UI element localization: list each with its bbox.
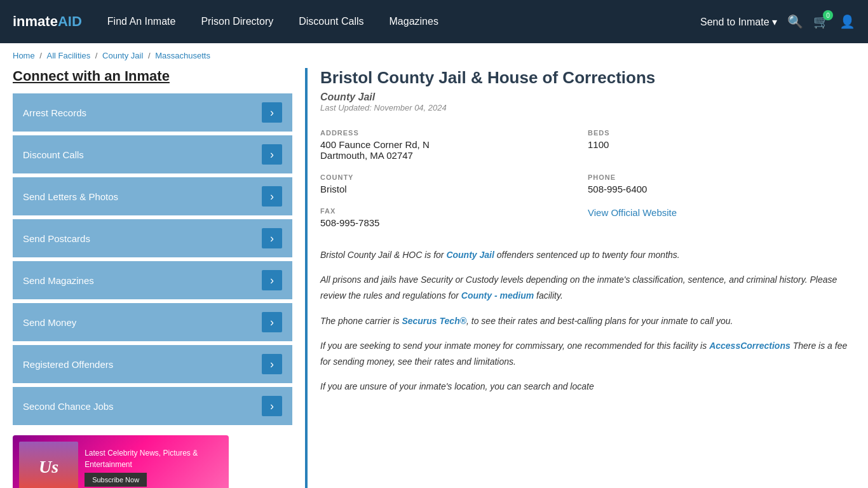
logo-text: inmateAID — [13, 13, 82, 30]
beds-value: 1100 — [588, 139, 855, 150]
ad-banner[interactable]: Us Latest Celebrity News, Pictures & Ent… — [13, 435, 229, 488]
sidebar-arrow-icon: › — [262, 144, 282, 165]
sidebar-arrow-icon: › — [262, 312, 282, 332]
sidebar-arrow-icon: › — [262, 396, 282, 416]
desc-para-5: If you are unsure of your inmate's locat… — [320, 379, 855, 395]
send-to-inmate-button[interactable]: Send to Inmate ▾ — [700, 16, 777, 28]
county-cell: COUNTY Bristol — [320, 167, 588, 201]
user-icon[interactable]: 👤 — [839, 14, 855, 29]
sidebar-item-send-letters[interactable]: Send Letters & Photos › — [13, 177, 292, 215]
header-icons: Send to Inmate ▾ 🔍 🛒 0 👤 — [700, 14, 855, 29]
sidebar-item-label: Send Magazines — [23, 275, 94, 286]
sidebar-item-second-chance-jobs[interactable]: Second Chance Jobs › — [13, 387, 292, 425]
desc-para-4: If you are seeking to send your inmate m… — [320, 338, 855, 370]
county-value: Bristol — [320, 184, 588, 194]
desc-para-2: All prisons and jails have Security or C… — [320, 272, 855, 304]
breadcrumb-county-jail[interactable]: County Jail — [102, 51, 143, 60]
ad-image: Us — [19, 442, 78, 488]
sidebar: Connect with an Inmate Arrest Records › … — [13, 68, 292, 488]
sidebar-arrow-icon: › — [262, 102, 282, 123]
ad-subscribe-button[interactable]: Subscribe Now — [85, 473, 147, 487]
county-label: COUNTY — [320, 173, 588, 181]
breadcrumb: Home / All Facilities / County Jail / Ma… — [0, 43, 868, 68]
sidebar-item-discount-calls[interactable]: Discount Calls › — [13, 135, 292, 173]
breadcrumb-home[interactable]: Home — [13, 51, 35, 60]
cart-badge-count: 0 — [823, 10, 833, 20]
info-grid: ADDRESS 400 Faunce Corner Rd, N Dartmout… — [320, 123, 855, 234]
sidebar-item-send-postcards[interactable]: Send Postcards › — [13, 219, 292, 257]
sidebar-arrow-icon: › — [262, 228, 282, 248]
main-nav: Find An Inmate Prison Directory Discount… — [107, 16, 700, 27]
address-cell: ADDRESS 400 Faunce Corner Rd, N Dartmout… — [320, 123, 588, 167]
sidebar-arrow-icon: › — [262, 186, 282, 207]
sidebar-item-label: Send Postcards — [23, 233, 90, 244]
sidebar-item-arrest-records[interactable]: Arrest Records › — [13, 93, 292, 132]
access-corrections-link[interactable]: AccessCorrections — [709, 341, 790, 351]
nav-find-inmate[interactable]: Find An Inmate — [107, 16, 176, 27]
cart-button[interactable]: 🛒 0 — [813, 14, 829, 29]
nav-prison-directory[interactable]: Prison Directory — [201, 16, 273, 27]
site-logo[interactable]: inmateAID — [13, 13, 82, 30]
fax-cell: FAX 508-995-7835 — [320, 201, 588, 234]
search-icon[interactable]: 🔍 — [787, 14, 803, 29]
facility-title: Bristol County Jail & House of Correctio… — [320, 68, 855, 88]
fax-label: FAX — [320, 207, 588, 215]
nav-magazines[interactable]: Magazines — [390, 16, 438, 27]
view-official-website-link[interactable]: View Official Website — [588, 207, 677, 218]
beds-label: BEDS — [588, 129, 855, 137]
beds-cell: BEDS 1100 — [588, 123, 855, 167]
phone-label: PHONE — [588, 173, 855, 181]
sidebar-item-label: Registered Offenders — [23, 359, 113, 370]
sidebar-item-label: Send Money — [23, 317, 76, 328]
breadcrumb-sep1: / — [39, 51, 44, 60]
sidebar-item-label: Discount Calls — [23, 149, 84, 160]
sidebar-arrow-icon: › — [262, 270, 282, 290]
sidebar-item-registered-offenders[interactable]: Registered Offenders › — [13, 345, 292, 383]
nav-discount-calls[interactable]: Discount Calls — [299, 16, 363, 27]
desc-para-3: The phone carrier is Securus Tech®, to s… — [320, 313, 855, 329]
facility-content: Bristol County Jail & House of Correctio… — [305, 68, 855, 488]
sidebar-item-send-money[interactable]: Send Money › — [13, 303, 292, 341]
sidebar-item-label: Second Chance Jobs — [23, 401, 114, 412]
address-line2: Dartmouth, MA 02747 — [320, 150, 588, 161]
desc-para-1: Bristol County Jail & HOC is for County … — [320, 247, 855, 263]
facility-description: Bristol County Jail & HOC is for County … — [320, 247, 855, 395]
county-medium-link[interactable]: County - medium — [461, 290, 534, 301]
main-container: Connect with an Inmate Arrest Records › … — [0, 68, 868, 488]
securus-tech-link[interactable]: Securus Tech® — [402, 316, 466, 326]
address-label: ADDRESS — [320, 129, 588, 137]
phone-cell: PHONE 508-995-6400 — [588, 167, 855, 201]
sidebar-item-send-magazines[interactable]: Send Magazines › — [13, 261, 292, 299]
breadcrumb-state[interactable]: Massachusetts — [155, 51, 210, 60]
breadcrumb-all-facilities[interactable]: All Facilities — [47, 51, 91, 60]
ad-tagline: Latest Celebrity News, Pictures & Entert… — [85, 447, 222, 470]
address-line1: 400 Faunce Corner Rd, N — [320, 139, 588, 150]
sidebar-item-label: Arrest Records — [23, 107, 86, 118]
facility-type: County Jail — [320, 92, 855, 103]
phone-value: 508-995-6400 — [588, 184, 855, 194]
breadcrumb-sep2: / — [95, 51, 100, 60]
county-jail-link[interactable]: County Jail — [446, 250, 494, 260]
last-updated: Last Updated: November 04, 2024 — [320, 103, 855, 112]
breadcrumb-sep3: / — [148, 51, 153, 60]
sidebar-title: Connect with an Inmate — [13, 68, 292, 85]
website-cell: View Official Website — [588, 201, 855, 234]
fax-value: 508-995-7835 — [320, 217, 588, 228]
ad-text: Latest Celebrity News, Pictures & Entert… — [85, 447, 222, 487]
sidebar-arrow-icon: › — [262, 354, 282, 374]
sidebar-item-label: Send Letters & Photos — [23, 191, 118, 202]
